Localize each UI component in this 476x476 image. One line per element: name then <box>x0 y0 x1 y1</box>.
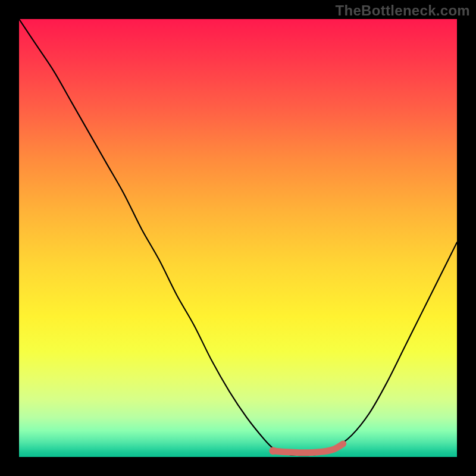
marker-start-dot <box>269 447 277 455</box>
bottleneck-curve <box>19 19 457 455</box>
chart-stage: TheBottleneck.com <box>0 0 476 476</box>
curve-layer <box>19 19 457 457</box>
plot-area <box>19 19 457 457</box>
watermark-text: TheBottleneck.com <box>336 2 470 19</box>
optimal-range-marker <box>273 444 343 453</box>
